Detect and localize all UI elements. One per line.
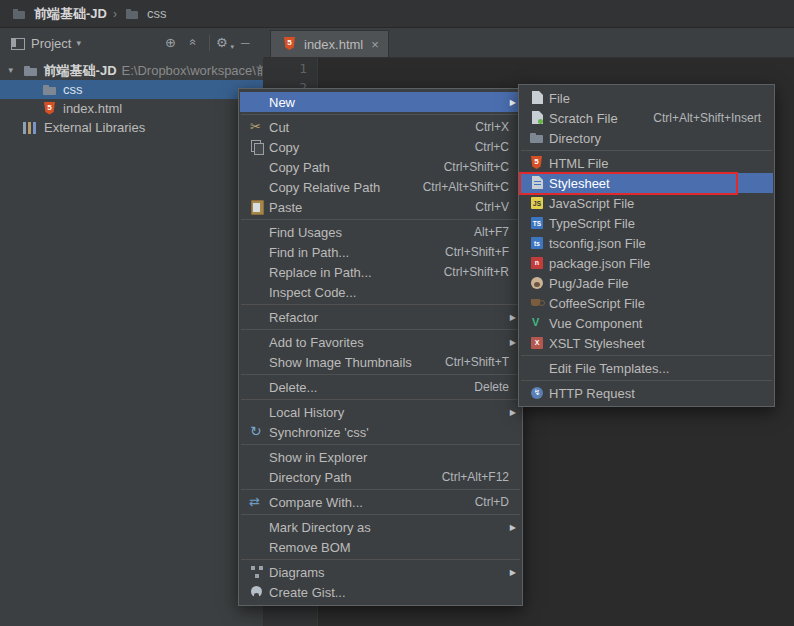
menu-item-show-in-explorer[interactable]: Show in Explorer	[240, 447, 521, 467]
tree-item-css[interactable]: css	[0, 80, 263, 99]
editor-tab-index-html[interactable]: index.html ×	[270, 30, 389, 57]
menu-item-delete[interactable]: Delete... Delete	[240, 377, 521, 397]
menu-item-label: Copy	[269, 140, 299, 155]
vue-component-icon	[527, 315, 547, 331]
submenu-item-file[interactable]: File	[520, 88, 773, 108]
submenu-item-http-request[interactable]: HTTP Request	[520, 383, 773, 403]
menu-item-compare-with[interactable]: Compare With... Ctrl+D	[240, 492, 521, 512]
menu-item-show-image-thumbnails[interactable]: Show Image Thumbnails Ctrl+Shift+T	[240, 352, 521, 372]
menu-item-refactor[interactable]: Refactor ▶	[240, 307, 521, 327]
menu-item-find-usages[interactable]: Find Usages Alt+F7	[240, 222, 521, 242]
menu-item-paste[interactable]: Paste Ctrl+V	[240, 197, 521, 217]
html-file-icon	[40, 101, 58, 117]
submenu-item-directory[interactable]: Directory	[520, 128, 773, 148]
menu-item-new[interactable]: New ▶	[240, 92, 521, 112]
menu-item-label: Pug/Jade File	[549, 276, 629, 291]
tree-item-label: 前端基础-JD	[44, 62, 117, 80]
submenu-item-typescript-file[interactable]: TypeScript File	[520, 213, 773, 233]
tree-item-label: External Libraries	[44, 120, 145, 135]
menu-item-label: New	[269, 95, 295, 110]
menu-separator	[241, 114, 520, 115]
menu-item-diagrams[interactable]: Diagrams ▶	[240, 562, 521, 582]
menu-shortcut: Ctrl+Shift+F	[429, 245, 509, 259]
submenu-arrow-icon: ▶	[510, 568, 516, 577]
menu-item-local-history[interactable]: Local History ▶	[240, 402, 521, 422]
scratch-file-icon	[527, 110, 547, 126]
breadcrumb-root[interactable]: 前端基础-JD	[34, 5, 107, 23]
menu-item-mark-directory-as[interactable]: Mark Directory as ▶	[240, 517, 521, 537]
hide-panel-icon[interactable]	[238, 35, 256, 51]
submenu-arrow-icon: ▶	[510, 408, 516, 417]
title-bar: 前端基础-JD › css	[0, 0, 794, 28]
menu-item-directory-path[interactable]: Directory Path Ctrl+Alt+F12	[240, 467, 521, 487]
menu-separator	[521, 355, 772, 356]
menu-item-label: Show Image Thumbnails	[269, 355, 412, 370]
menu-item-inspect-code[interactable]: Inspect Code...	[240, 282, 521, 302]
menu-item-label: tsconfig.json File	[549, 236, 646, 251]
menu-item-cut[interactable]: Cut Ctrl+X	[240, 117, 521, 137]
tree-item-project-root[interactable]: ▼ 前端基础-JD E:\Dropbox\workspace\前	[0, 61, 263, 80]
menu-item-label: Remove BOM	[269, 540, 351, 555]
submenu-item-scratch-file[interactable]: Scratch File Ctrl+Alt+Shift+Insert	[520, 108, 773, 128]
submenu-item-edit-file-templates[interactable]: Edit File Templates...	[520, 358, 773, 378]
close-icon[interactable]: ×	[371, 37, 379, 52]
menu-item-label: package.json File	[549, 256, 650, 271]
menu-separator	[241, 399, 520, 400]
menu-item-label: Directory	[549, 131, 601, 146]
coffeescript-file-icon	[527, 295, 547, 311]
menu-item-copy-relative-path[interactable]: Copy Relative Path Ctrl+Alt+Shift+C	[240, 177, 521, 197]
menu-item-replace-in-path[interactable]: Replace in Path... Ctrl+Shift+R	[240, 262, 521, 282]
folder-icon	[21, 63, 39, 79]
diagrams-icon	[247, 564, 267, 580]
submenu-item-xslt-stylesheet[interactable]: XSLT Stylesheet	[520, 333, 773, 353]
submenu-item-stylesheet[interactable]: Stylesheet	[520, 173, 773, 193]
menu-item-copy[interactable]: Copy Ctrl+C	[240, 137, 521, 157]
menu-item-label: Delete...	[269, 380, 317, 395]
tree-item-external-libraries[interactable]: External Libraries	[0, 118, 263, 137]
breadcrumb-current[interactable]: css	[147, 6, 167, 21]
project-panel-title[interactable]: Project	[31, 36, 71, 51]
xslt-stylesheet-icon	[527, 335, 547, 351]
submenu-item-vue-component[interactable]: Vue Component	[520, 313, 773, 333]
submenu-item-package-json-file[interactable]: package.json File	[520, 253, 773, 273]
menu-item-label: Scratch File	[549, 111, 618, 126]
menu-item-label: Edit File Templates...	[549, 361, 669, 376]
submenu-item-html-file[interactable]: HTML File	[520, 153, 773, 173]
submenu-arrow-icon: ▶	[510, 98, 516, 107]
menu-item-label: Copy Path	[269, 160, 330, 175]
menu-shortcut: Delete	[458, 380, 509, 394]
collapse-all-icon[interactable]	[186, 35, 204, 51]
submenu-item-javascript-file[interactable]: JavaScript File	[520, 193, 773, 213]
menu-item-label: HTML File	[549, 156, 608, 171]
menu-separator	[241, 514, 520, 515]
locate-icon[interactable]	[163, 35, 181, 51]
http-request-icon	[527, 385, 547, 401]
menu-item-find-in-path[interactable]: Find in Path... Ctrl+Shift+F	[240, 242, 521, 262]
menu-shortcut: Ctrl+Alt+F12	[426, 470, 509, 484]
menu-item-copy-path[interactable]: Copy Path Ctrl+Shift+C	[240, 157, 521, 177]
tsconfig-json-icon	[527, 235, 547, 251]
tree-item-path: E:\Dropbox\workspace\前	[122, 62, 263, 80]
menu-item-synchronize-css[interactable]: Synchronize 'css'	[240, 422, 521, 442]
menu-item-remove-bom[interactable]: Remove BOM	[240, 537, 521, 557]
menu-item-add-to-favorites[interactable]: Add to Favorites ▶	[240, 332, 521, 352]
menu-shortcut: Ctrl+X	[459, 120, 509, 134]
menu-item-create-gist[interactable]: Create Gist...	[240, 582, 521, 602]
menu-separator	[241, 329, 520, 330]
menu-shortcut: Ctrl+D	[459, 495, 509, 509]
submenu-item-tsconfig-json-file[interactable]: tsconfig.json File	[520, 233, 773, 253]
submenu-item-coffeescript-file[interactable]: CoffeeScript File	[520, 293, 773, 313]
menu-item-label: Mark Directory as	[269, 520, 371, 535]
menu-shortcut: Ctrl+C	[459, 140, 509, 154]
menu-item-label: Copy Relative Path	[269, 180, 380, 195]
tab-label: index.html	[304, 37, 363, 52]
tree-item-index-html[interactable]: index.html	[0, 99, 263, 118]
chevron-down-icon[interactable]: ▾	[76, 38, 81, 48]
submenu-item-pug-jade-file[interactable]: Pug/Jade File	[520, 273, 773, 293]
expand-arrow-icon[interactable]: ▼	[6, 66, 16, 75]
menu-separator	[241, 489, 520, 490]
stylesheet-icon	[527, 175, 547, 191]
menu-item-label: Find Usages	[269, 225, 342, 240]
submenu-arrow-icon: ▶	[510, 313, 516, 322]
settings-gear-icon[interactable]	[215, 35, 233, 51]
